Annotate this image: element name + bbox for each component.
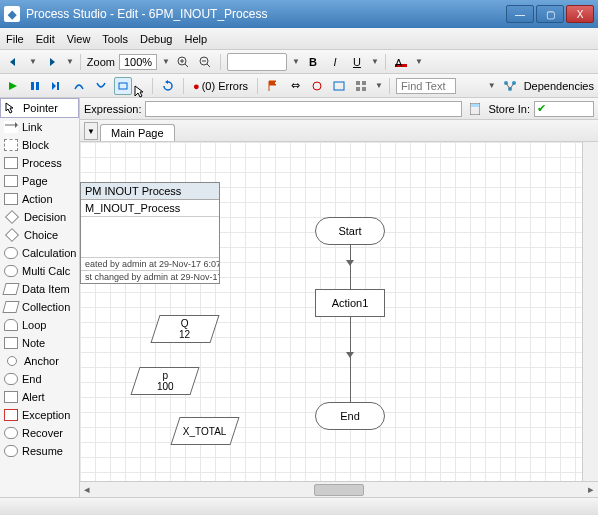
- maximize-button[interactable]: ▢: [536, 5, 564, 23]
- tool-page[interactable]: Page: [0, 172, 79, 190]
- data-item-xtotal[interactable]: X_TOTAL: [170, 417, 239, 445]
- tool-end[interactable]: End: [0, 370, 79, 388]
- zoom-value[interactable]: 100%: [119, 54, 157, 70]
- flow-end[interactable]: End: [315, 402, 385, 430]
- tool-decision[interactable]: Decision: [0, 208, 79, 226]
- menu-view[interactable]: View: [67, 33, 91, 45]
- tool-label: Note: [22, 337, 45, 349]
- data-item-q[interactable]: Q12: [150, 315, 219, 343]
- grid-icon[interactable]: [352, 77, 370, 95]
- errors-label: (0) Errors: [202, 80, 248, 92]
- tool-loop[interactable]: Loop: [0, 316, 79, 334]
- svg-rect-8: [36, 82, 39, 90]
- flag-button[interactable]: [264, 77, 282, 95]
- pause-button[interactable]: [26, 77, 44, 95]
- dependencies-icon[interactable]: [500, 77, 520, 95]
- step-into-button[interactable]: [114, 77, 132, 95]
- storein-input[interactable]: ✔: [534, 101, 594, 117]
- tool-label: Calculation: [22, 247, 76, 259]
- zoom-out-icon[interactable]: [196, 53, 214, 71]
- play-button[interactable]: [4, 77, 22, 95]
- minimize-button[interactable]: —: [506, 5, 534, 23]
- tool-label: Loop: [22, 319, 46, 331]
- scroll-thumb[interactable]: [314, 484, 364, 496]
- flow-link: [350, 317, 351, 402]
- step-over-button[interactable]: [70, 77, 88, 95]
- horizontal-scrollbar[interactable]: ◂ ▸: [80, 481, 598, 497]
- tool-label: Data Item: [22, 283, 70, 295]
- link-icon[interactable]: ⇔: [286, 77, 304, 95]
- flow-label: End: [340, 410, 360, 422]
- grid-dropdown-icon[interactable]: ▼: [375, 81, 383, 90]
- expression-input[interactable]: [145, 101, 462, 117]
- zoom-in-icon[interactable]: [174, 53, 192, 71]
- info-description: [81, 217, 219, 257]
- flow-action1[interactable]: Action1: [315, 289, 385, 317]
- bold-button[interactable]: B: [304, 53, 322, 71]
- font-color-button[interactable]: A: [392, 53, 410, 71]
- dependencies-label[interactable]: Dependencies: [524, 80, 594, 92]
- step-out-button[interactable]: [92, 77, 110, 95]
- watch-icon[interactable]: [330, 77, 348, 95]
- font-dropdown[interactable]: [227, 53, 287, 71]
- tool-collection[interactable]: Collection: [0, 298, 79, 316]
- tool-resume[interactable]: Resume: [0, 442, 79, 460]
- tool-alert[interactable]: Alert: [0, 388, 79, 406]
- arrowhead-icon: [346, 352, 354, 358]
- tool-calculation[interactable]: Calculation: [0, 244, 79, 262]
- tool-dataitem[interactable]: Data Item: [0, 280, 79, 298]
- tabstrip: ▼ Main Page: [80, 120, 598, 142]
- svg-line-1: [185, 64, 188, 67]
- tab-main-page[interactable]: Main Page: [100, 124, 175, 141]
- italic-button[interactable]: I: [326, 53, 344, 71]
- tool-pointer[interactable]: Pointer: [0, 98, 79, 118]
- underline-button[interactable]: U: [348, 53, 366, 71]
- svg-rect-15: [356, 87, 360, 91]
- tool-label: Alert: [22, 391, 45, 403]
- font-dropdown-icon[interactable]: ▼: [292, 57, 300, 66]
- tool-exception[interactable]: Exception: [0, 406, 79, 424]
- tool-action[interactable]: Action: [0, 190, 79, 208]
- step-button[interactable]: [48, 77, 66, 95]
- redo-dropdown-icon[interactable]: ▼: [66, 57, 74, 66]
- canvas[interactable]: PM INOUT Process M_INOUT_Process eated b…: [80, 142, 582, 481]
- tool-block[interactable]: Block: [0, 136, 79, 154]
- undo-dropdown-icon[interactable]: ▼: [29, 57, 37, 66]
- tool-multicalc[interactable]: Multi Calc: [0, 262, 79, 280]
- zoom-label: Zoom: [87, 56, 115, 68]
- info-subheader: M_INOUT_Process: [81, 200, 219, 217]
- tool-anchor[interactable]: Anchor: [0, 352, 79, 370]
- undo-button[interactable]: [4, 53, 24, 71]
- tool-process[interactable]: Process: [0, 154, 79, 172]
- underline-dropdown-icon[interactable]: ▼: [371, 57, 379, 66]
- menu-help[interactable]: Help: [184, 33, 207, 45]
- tab-nav-dropdown[interactable]: ▼: [84, 122, 98, 140]
- expression-calc-icon[interactable]: [466, 100, 484, 118]
- tool-link[interactable]: Link: [0, 118, 79, 136]
- flow-link: [350, 245, 351, 289]
- find-text-input[interactable]: [396, 78, 456, 94]
- tool-label: Choice: [24, 229, 58, 241]
- font-color-dropdown-icon[interactable]: ▼: [415, 57, 423, 66]
- menu-debug[interactable]: Debug: [140, 33, 172, 45]
- vertical-scrollbar[interactable]: [582, 142, 598, 481]
- data-value: 100: [157, 381, 174, 392]
- flow-start[interactable]: Start: [315, 217, 385, 245]
- errors-button[interactable]: ●(0) Errors: [190, 77, 251, 95]
- breakpoint-icon[interactable]: [308, 77, 326, 95]
- data-item-p[interactable]: p100: [130, 367, 199, 395]
- tool-recover[interactable]: Recover: [0, 424, 79, 442]
- menu-edit[interactable]: Edit: [36, 33, 55, 45]
- reset-button[interactable]: [159, 77, 177, 95]
- close-button[interactable]: X: [566, 5, 594, 23]
- menu-tools[interactable]: Tools: [102, 33, 128, 45]
- tool-label: Collection: [22, 301, 70, 313]
- tool-note[interactable]: Note: [0, 334, 79, 352]
- deps-dropdown-icon[interactable]: ▼: [488, 81, 496, 90]
- menu-file[interactable]: File: [6, 33, 24, 45]
- redo-button[interactable]: [41, 53, 61, 71]
- zoom-dropdown-icon[interactable]: ▼: [162, 57, 170, 66]
- tool-label: Process: [22, 157, 62, 169]
- process-info-panel[interactable]: PM INOUT Process M_INOUT_Process eated b…: [80, 182, 220, 284]
- tool-choice[interactable]: Choice: [0, 226, 79, 244]
